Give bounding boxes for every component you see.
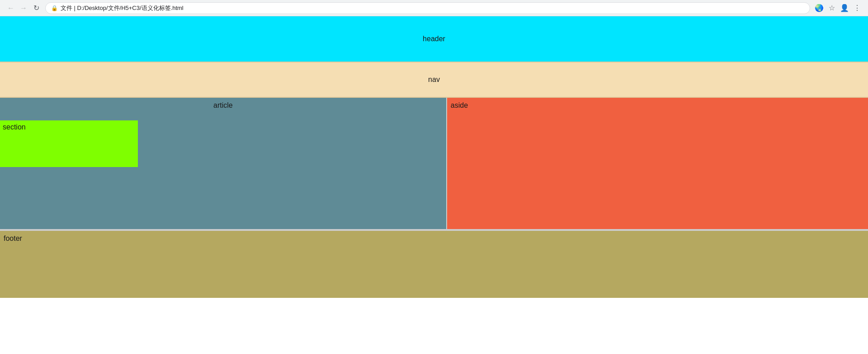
section-label: section	[3, 123, 26, 131]
footer-section: footer	[0, 230, 868, 298]
header-label: header	[423, 35, 445, 43]
forward-button[interactable]: →	[18, 3, 29, 14]
back-button[interactable]: ←	[5, 3, 16, 14]
footer-label: footer	[4, 234, 22, 243]
lock-icon: 🔒	[51, 5, 58, 11]
nav-buttons: ← → ↻	[5, 3, 42, 14]
url-text: 文件 | D:/Desktop/文件/H5+C3/语义化标签.html	[61, 4, 184, 12]
address-bar[interactable]: 🔒 文件 | D:/Desktop/文件/H5+C3/语义化标签.html	[45, 2, 810, 14]
middle-row: article section aside	[0, 98, 868, 230]
toolbar-right: 🌏 ☆ 👤 ⋮	[814, 3, 863, 14]
browser-toolbar: ← → ↻ 🔒 文件 | D:/Desktop/文件/H5+C3/语义化标签.h…	[0, 0, 868, 16]
bookmark-button[interactable]: ☆	[826, 3, 837, 14]
section-block: section	[0, 120, 138, 167]
translate-button[interactable]: 🌏	[814, 3, 825, 14]
article-section: article section	[0, 98, 447, 229]
nav-section: nav	[0, 62, 868, 98]
article-label: article	[213, 101, 233, 110]
page-content: header nav article section aside footer	[0, 16, 868, 298]
reload-button[interactable]: ↻	[31, 3, 42, 14]
aside-label: aside	[451, 101, 468, 109]
aside-section: aside	[447, 98, 868, 229]
nav-label: nav	[428, 76, 440, 84]
header-section: header	[0, 16, 868, 62]
profile-button[interactable]: 👤	[839, 3, 850, 14]
menu-button[interactable]: ⋮	[852, 3, 863, 14]
